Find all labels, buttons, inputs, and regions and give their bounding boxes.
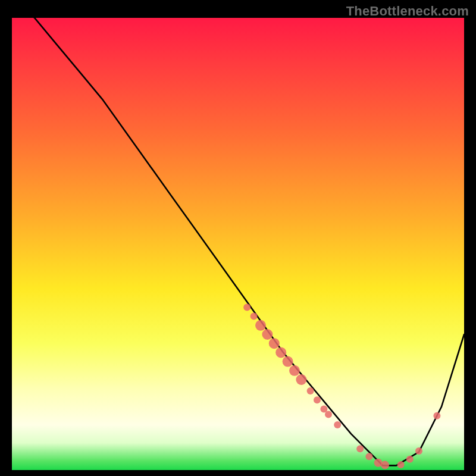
data-marker (314, 396, 321, 403)
data-marker (365, 453, 372, 460)
data-marker (397, 461, 405, 468)
data-marker (243, 303, 250, 311)
data-marker (255, 320, 266, 331)
data-marker (334, 421, 341, 428)
data-markers-group (243, 303, 440, 469)
bottleneck-curve (12, 0, 464, 465)
data-marker (307, 387, 314, 394)
chart-svg (12, 18, 464, 470)
watermark-text: TheBottleneck.com (346, 4, 469, 19)
data-marker (269, 338, 280, 349)
chart-frame (12, 18, 464, 470)
data-marker (275, 347, 286, 358)
data-marker (356, 445, 364, 452)
plot-area (12, 18, 464, 470)
data-marker (381, 461, 389, 469)
data-marker (433, 412, 440, 419)
data-marker (289, 365, 300, 376)
data-marker (325, 411, 332, 418)
data-marker (296, 374, 306, 385)
data-marker (283, 356, 293, 367)
data-marker (262, 329, 273, 340)
data-marker (250, 313, 258, 320)
data-marker (406, 456, 414, 463)
data-marker (415, 447, 422, 455)
